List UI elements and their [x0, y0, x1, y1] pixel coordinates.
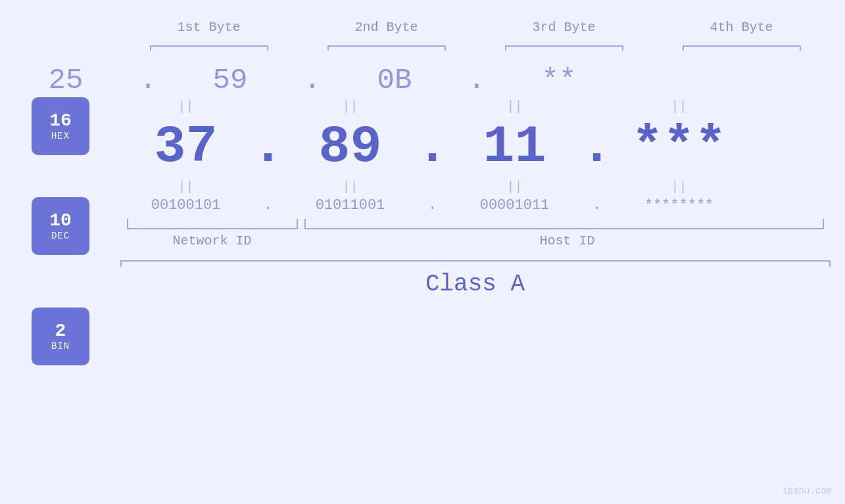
dec-dot1: .	[252, 117, 285, 177]
eq2-b2: ||	[285, 177, 416, 197]
class-row: Class A	[120, 260, 831, 298]
eq-row-2: || || || ||	[120, 177, 831, 197]
bin-dot1: .	[252, 197, 285, 214]
class-bracket-line	[120, 260, 831, 262]
host-id-label: Host ID	[304, 233, 831, 248]
main-container: 1st Byte 2nd Byte 3rd Byte 4th Byte 25 .…	[0, 0, 845, 504]
dec-byte3: 11	[449, 117, 581, 177]
id-labels-row: Network ID Host ID	[120, 233, 831, 248]
class-label: Class A	[120, 271, 831, 298]
eq1-b4: ||	[614, 97, 745, 117]
bin-byte1: 00100101	[120, 197, 252, 214]
byte2-header: 2nd Byte	[321, 20, 452, 35]
dec-dot3: .	[581, 117, 614, 177]
dec-byte4: ***	[614, 117, 745, 177]
byte1-header: 1st Byte	[143, 20, 275, 35]
hex-byte4: **	[493, 64, 625, 97]
dec-byte1: 37	[120, 117, 252, 177]
hex-data-row: 25 . 59 . 0B . **	[0, 64, 845, 97]
hex-byte2: 59	[164, 64, 296, 97]
eq-row-1: || || || ||	[120, 97, 831, 117]
hex-byte3: 0B	[329, 64, 460, 97]
watermark: ipshu.com	[782, 486, 832, 496]
byte4-header: 4th Byte	[676, 20, 808, 35]
top-bracket-row	[120, 40, 831, 51]
eq1-b3: ||	[449, 97, 581, 117]
eq2-b1: ||	[120, 177, 252, 197]
bracket-byte2	[321, 40, 452, 51]
byte3-header: 3rd Byte	[498, 20, 630, 35]
hex-dot2: .	[296, 64, 329, 97]
dec-byte2: 89	[285, 117, 416, 177]
bin-dot3: .	[581, 197, 614, 214]
eq2-b4: ||	[614, 177, 745, 197]
header-row: 1st Byte 2nd Byte 3rd Byte 4th Byte	[120, 20, 831, 35]
hex-dot1: .	[132, 64, 164, 97]
eq2-b3: ||	[449, 177, 581, 197]
network-id-bracket	[127, 219, 298, 229]
bracket-byte1	[143, 40, 275, 51]
host-id-bracket	[304, 219, 824, 229]
eq1-b2: ||	[285, 97, 416, 117]
dec-data-row: 37 . 89 . 11 . ***	[120, 117, 831, 177]
dec-dot2: .	[416, 117, 449, 177]
bin-byte2: 01011001	[285, 197, 416, 214]
class-bracket-right	[829, 260, 831, 267]
bracket-byte3	[498, 40, 630, 51]
eq1-b1: ||	[120, 97, 252, 117]
bottom-bracket-container	[120, 219, 831, 229]
bin-byte4: ********	[614, 197, 745, 214]
bin-dot2: .	[416, 197, 449, 214]
class-bracket-left	[120, 260, 122, 267]
bracket-byte4	[676, 40, 808, 51]
hex-dot3: .	[460, 64, 493, 97]
bin-byte3: 00001011	[449, 197, 581, 214]
hex-byte1: 25	[0, 64, 132, 97]
bin-data-row: 00100101 . 01011001 . 00001011 . *******…	[120, 197, 831, 214]
network-id-label: Network ID	[120, 233, 304, 248]
